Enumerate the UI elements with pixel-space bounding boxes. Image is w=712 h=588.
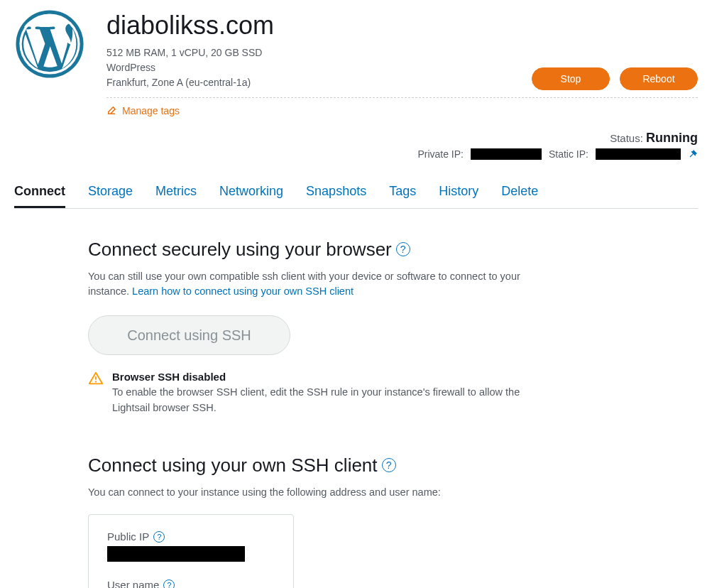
user-name-label: User name [107, 579, 159, 588]
instance-header-main: diabolikss.com 512 MB RAM, 1 vCPU, 20 GB… [106, 9, 698, 98]
instance-specs: 512 MB RAM, 1 vCPU, 20 GB SSD [106, 45, 698, 60]
status-label: Status: [610, 132, 643, 144]
public-ip-label: Public IP [107, 530, 149, 543]
browser-ssh-warning: Browser SSH disabled To enable the brows… [88, 371, 542, 416]
own-ssh-heading-text: Connect using your own SSH client [88, 454, 378, 477]
tab-connect[interactable]: Connect [14, 180, 65, 208]
edit-icon [106, 105, 117, 116]
browser-ssh-heading-text: Connect securely using your browser [88, 239, 392, 261]
tab-storage[interactable]: Storage [88, 180, 133, 208]
tab-history[interactable]: History [439, 180, 478, 208]
reboot-button[interactable]: Reboot [620, 67, 698, 90]
own-ssh-box: Public IP ? User name ? [88, 514, 294, 588]
wordpress-logo [14, 9, 85, 80]
tab-snapshots[interactable]: Snapshots [306, 180, 366, 208]
stop-button[interactable]: Stop [532, 67, 610, 90]
public-ip-label-row: Public IP ? [107, 530, 275, 543]
connect-panel: Connect securely using your browser ? Yo… [88, 239, 542, 588]
tab-delete[interactable]: Delete [501, 180, 538, 208]
connect-using-ssh-button: Connect using SSH [88, 315, 290, 355]
warning-icon [88, 371, 104, 386]
warning-title: Browser SSH disabled [112, 371, 542, 383]
pin-icon[interactable] [688, 149, 698, 159]
learn-own-ssh-link[interactable]: Learn how to connect using your own SSH … [132, 285, 354, 297]
status-block: Status: Running Private IP: Static IP: [14, 131, 698, 160]
public-ip-value [107, 546, 245, 562]
user-name-label-row: User name ? [107, 579, 275, 588]
instance-header: diabolikss.com 512 MB RAM, 1 vCPU, 20 GB… [14, 9, 698, 98]
status-value: Running [646, 131, 698, 145]
help-icon[interactable]: ? [396, 242, 410, 256]
private-ip-value [471, 148, 542, 160]
manage-tags-link[interactable]: Manage tags [106, 105, 180, 116]
instance-name: diabolikss.com [106, 11, 698, 40]
svg-point-4 [95, 381, 97, 383]
browser-ssh-description: You can still use your own compatible ss… [88, 269, 542, 300]
tab-networking[interactable]: Networking [219, 180, 283, 208]
browser-ssh-heading: Connect securely using your browser ? [88, 239, 542, 261]
help-icon[interactable]: ? [382, 458, 396, 472]
tab-metrics[interactable]: Metrics [155, 180, 197, 208]
static-ip-label: Static IP: [549, 148, 588, 160]
manage-tags-label: Manage tags [122, 105, 180, 116]
help-icon[interactable]: ? [153, 531, 165, 543]
warning-body: To enable the browser SSH client, edit t… [112, 385, 542, 416]
tab-tags[interactable]: Tags [389, 180, 416, 208]
own-ssh-heading: Connect using your own SSH client ? [88, 454, 542, 477]
static-ip-value [596, 148, 681, 160]
own-ssh-description: You can connect to your instance using t… [88, 485, 542, 501]
help-icon[interactable]: ? [163, 579, 175, 588]
wordpress-icon [14, 9, 85, 80]
private-ip-label: Private IP: [417, 148, 464, 160]
tab-bar: Connect Storage Metrics Networking Snaps… [14, 180, 698, 209]
